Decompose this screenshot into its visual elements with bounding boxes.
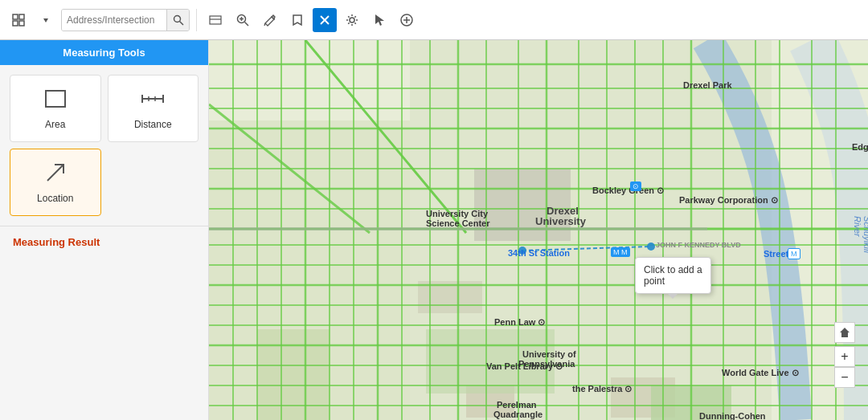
- svg-rect-0: [13, 14, 18, 19]
- bookmark-button[interactable]: [285, 8, 309, 32]
- bookmark-icon: [292, 14, 303, 27]
- settings-button[interactable]: [340, 8, 364, 32]
- map-area[interactable]: Drexel University University City Scienc…: [209, 40, 868, 420]
- svg-rect-37: [257, 329, 330, 420]
- chevron-down-icon: [42, 16, 50, 24]
- select-button[interactable]: [367, 8, 391, 32]
- station-badge2: M: [619, 247, 630, 257]
- grid-button[interactable]: [6, 8, 31, 32]
- svg-marker-85: [840, 328, 850, 337]
- measuring-result-section: Measuring Result: [0, 226, 208, 261]
- zoom-out-button[interactable]: −: [834, 367, 855, 388]
- search-box: [61, 9, 190, 31]
- select-arrow-icon: [373, 14, 386, 27]
- svg-point-84: [647, 243, 655, 251]
- area-label: Area: [45, 119, 65, 130]
- svg-line-6: [179, 21, 183, 25]
- svg-rect-3: [19, 21, 24, 26]
- area-icon: [43, 87, 68, 114]
- distance-icon: [141, 87, 165, 114]
- svg-point-5: [174, 15, 180, 22]
- toolbar: [0, 0, 868, 40]
- area-tool[interactable]: Area: [10, 75, 101, 142]
- gear-icon: [346, 14, 358, 27]
- svg-rect-36: [426, 329, 555, 393]
- pencil-icon: [264, 14, 276, 27]
- location-tool[interactable]: Location: [10, 149, 101, 216]
- home-button[interactable]: [834, 322, 855, 343]
- svg-marker-4: [43, 18, 48, 22]
- svg-line-13: [264, 23, 265, 26]
- svg-rect-21: [46, 91, 65, 107]
- map-svg: [209, 40, 868, 420]
- measure-button[interactable]: [313, 8, 337, 32]
- map-controls: + −: [834, 322, 855, 388]
- street-badge: M: [788, 248, 800, 259]
- svg-rect-2: [13, 21, 18, 26]
- tool-grid: Area Distance: [0, 65, 208, 226]
- distance-label: Distance: [134, 119, 172, 130]
- search-input[interactable]: [62, 10, 166, 31]
- add-button[interactable]: [395, 8, 419, 32]
- dropdown-button[interactable]: [34, 8, 58, 32]
- zoom-in-label: +: [841, 349, 848, 364]
- svg-point-83: [518, 247, 526, 255]
- layers-icon: [208, 13, 223, 27]
- search-button[interactable]: [166, 9, 189, 31]
- bockley-badge: ⊙: [630, 181, 641, 191]
- svg-rect-1: [19, 14, 24, 19]
- main-area: Measuring Tools Area: [0, 40, 868, 420]
- toolbar-left: [6, 8, 419, 32]
- svg-point-16: [350, 18, 354, 22]
- search-icon: [173, 14, 184, 26]
- distance-tool[interactable]: Distance: [108, 75, 199, 142]
- draw-button[interactable]: [258, 8, 282, 32]
- panel-title: Measuring Tools: [63, 47, 145, 59]
- svg-line-27: [47, 165, 63, 181]
- svg-rect-7: [210, 16, 221, 24]
- zoom-tool-button[interactable]: [231, 8, 255, 32]
- basemap-button[interactable]: [203, 8, 227, 32]
- zoom-in-button[interactable]: +: [834, 346, 855, 367]
- toolbar-divider-1: [196, 9, 197, 31]
- grid-icon: [12, 14, 25, 27]
- svg-marker-17: [375, 14, 384, 26]
- location-label: Location: [37, 193, 73, 204]
- zoom-out-label: −: [841, 370, 848, 385]
- panel-header: Measuring Tools: [0, 40, 208, 65]
- measure-icon: [318, 14, 331, 27]
- zoom-in-icon: [236, 14, 249, 27]
- location-icon: [43, 161, 68, 188]
- add-icon: [400, 14, 413, 27]
- home-icon: [839, 327, 850, 338]
- measuring-result-title: Measuring Result: [13, 236, 195, 248]
- left-panel: Measuring Tools Area: [0, 40, 209, 420]
- svg-line-10: [245, 22, 249, 26]
